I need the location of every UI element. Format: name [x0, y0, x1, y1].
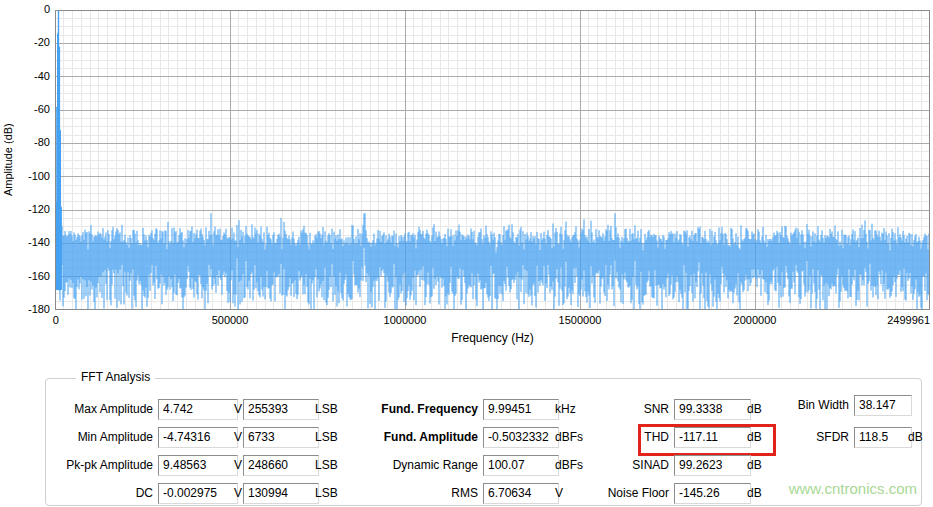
bin-width-field: 38.147 [854, 395, 912, 416]
dc-label: DC [46, 483, 153, 504]
watermark: www.cntronics.com [789, 480, 917, 497]
unit-label: dB [747, 455, 762, 476]
fft-analyzer-window: Amplitude (dB) 0-20-40-60-80-100-120-140… [0, 0, 933, 507]
unit-label: kHz [555, 399, 576, 420]
y-tick-label: -100 [14, 170, 50, 182]
noise-floor-field: -145.26 [674, 483, 751, 504]
thd-field: -117.11 [674, 427, 751, 448]
x-tick-label: 1000000 [384, 314, 427, 326]
unit-label: V [234, 427, 242, 448]
thd-label: THD [586, 427, 669, 448]
x-axis-ticks: 05000001000000150000020000002499961 [55, 314, 930, 328]
unit-label: dBFs [555, 427, 583, 448]
max-amplitude-volts-field: 4.742 [158, 399, 238, 420]
y-tick-label: -40 [14, 70, 50, 82]
x-tick-label: 1500000 [559, 314, 602, 326]
bin-width-label: Bin Width [772, 395, 849, 416]
y-tick-label: -20 [14, 36, 50, 48]
panel-title: FFT Analysis [76, 370, 155, 384]
pkpk-amplitude-volts-field: 9.48563 [158, 455, 238, 476]
fund-amplitude-field: -0.5032332 [483, 427, 559, 448]
y-tick-label: -160 [14, 270, 50, 282]
dynamic-range-label: Dynamic Range [271, 455, 478, 476]
sfdr-label: SFDR [772, 427, 849, 448]
unit-label: dB [747, 427, 762, 448]
y-tick-label: -140 [14, 236, 50, 248]
unit-label: V [555, 483, 563, 504]
sfdr-field: 118.5 [854, 427, 912, 448]
noise-floor-label: Noise Floor [586, 483, 669, 504]
min-amplitude-label: Min Amplitude [46, 427, 153, 448]
y-tick-label: -120 [14, 203, 50, 215]
unit-label: V [234, 399, 242, 420]
unit-label: dB [747, 399, 762, 420]
x-tick-label: 2000000 [734, 314, 777, 326]
dc-volts-field: -0.002975 [158, 483, 238, 504]
min-amplitude-volts-field: -4.74316 [158, 427, 238, 448]
rms-label: RMS [271, 483, 478, 504]
x-tick-label: 2499961 [887, 314, 930, 326]
fund-frequency-field: 9.99451 [483, 399, 559, 420]
unit-label: dB [747, 483, 762, 504]
x-axis-label: Frequency (Hz) [55, 331, 930, 345]
spectrum-canvas [55, 10, 930, 310]
sinad-field: 99.2623 [674, 455, 751, 476]
sinad-label: SINAD [586, 455, 669, 476]
unit-label: dBFs [555, 455, 583, 476]
snr-field: 99.3338 [674, 399, 751, 420]
max-amplitude-label: Max Amplitude [46, 399, 153, 420]
y-axis-label: Amplitude (dB) [2, 10, 14, 310]
y-tick-label: -180 [14, 303, 50, 315]
fund-amplitude-label: Fund. Amplitude [271, 427, 478, 448]
x-tick-label: 0 [53, 314, 59, 326]
rms-field: 6.70634 [483, 483, 559, 504]
y-tick-label: -80 [14, 136, 50, 148]
x-tick-label: 500000 [212, 314, 249, 326]
fft-plot: Amplitude (dB) 0-20-40-60-80-100-120-140… [0, 0, 933, 350]
y-axis-ticks: 0-20-40-60-80-100-120-140-160-180 [14, 10, 50, 310]
unit-label: V [234, 455, 242, 476]
fund-frequency-label: Fund. Frequency [271, 399, 478, 420]
unit-label: dB [908, 427, 923, 448]
dynamic-range-field: 100.07 [483, 455, 559, 476]
y-tick-label: 0 [14, 3, 50, 15]
unit-label: V [234, 483, 242, 504]
y-tick-label: -60 [14, 103, 50, 115]
snr-label: SNR [586, 399, 669, 420]
pkpk-amplitude-label: Pk-pk Amplitude [46, 455, 153, 476]
